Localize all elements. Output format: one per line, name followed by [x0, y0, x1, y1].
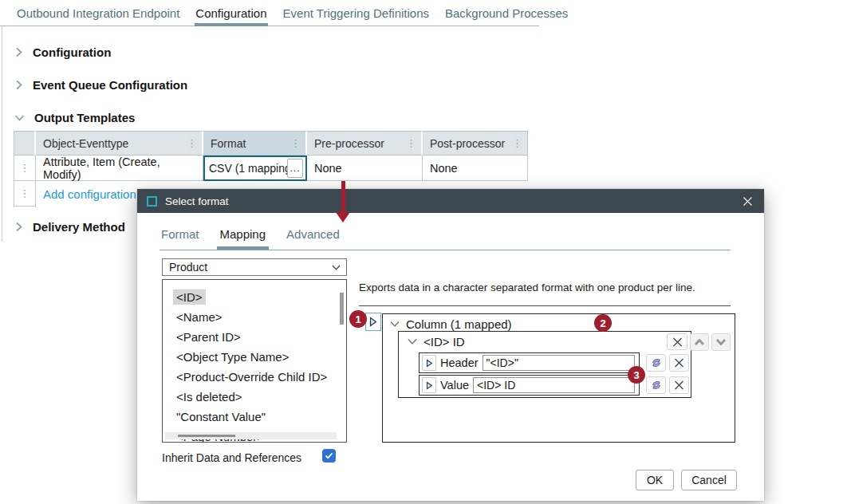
- column-header-pre-processor[interactable]: Pre-processor ⋮: [307, 131, 423, 156]
- column-group-row[interactable]: Column (1 mapped): [383, 314, 735, 331]
- column-header-object-eventtype[interactable]: Object-Eventtype ⋮: [36, 131, 203, 156]
- value-entry-box: Value <ID> ID: [419, 375, 640, 396]
- field-list-item[interactable]: "Constant Value": [173, 407, 346, 427]
- transform-icon: [651, 357, 662, 368]
- entry-expander-button[interactable]: [422, 377, 436, 393]
- field-listbox[interactable]: <ID> <Name> <Parent ID> <Object Type Nam…: [162, 279, 347, 443]
- ok-button[interactable]: OK: [636, 470, 674, 490]
- field-list: <ID> <Name> <Parent ID> <Object Type Nam…: [163, 280, 346, 443]
- cell-format[interactable]: CSV (1 mappings) ...: [203, 156, 307, 181]
- section-configuration[interactable]: Configuration: [14, 45, 111, 59]
- tab-advanced[interactable]: Advanced: [286, 227, 340, 246]
- remove-entry-button[interactable]: [669, 354, 689, 372]
- column-menu-icon[interactable]: ⋮: [406, 138, 416, 148]
- chevron-down-icon: [14, 113, 25, 122]
- section-output-templates[interactable]: Output Templates: [14, 111, 135, 124]
- row-drag-handle[interactable]: ⋮: [14, 156, 36, 181]
- format-browse-button[interactable]: ...: [287, 159, 303, 178]
- x-icon: [674, 358, 684, 368]
- cell-object-eventtype[interactable]: Attribute, Item (Create, Modify): [36, 156, 203, 181]
- select-format-dialog: Select format Format Mapping Advanced Pr…: [137, 189, 764, 501]
- column-header-label: Object-Eventtype: [43, 137, 128, 150]
- column-header-format[interactable]: Format ⋮: [203, 131, 307, 156]
- drag-handle-icon: ⋮: [20, 188, 30, 199]
- cell-pre-processor[interactable]: None: [307, 156, 423, 181]
- row-drag-handle[interactable]: ⋮: [14, 181, 36, 207]
- section-event-queue-configuration[interactable]: Event Queue Configuration: [14, 78, 187, 92]
- section-label: Configuration: [33, 45, 111, 59]
- header-value-input[interactable]: "<ID>": [483, 355, 635, 371]
- entry-expander-button[interactable]: [422, 355, 436, 371]
- tab-background-processes[interactable]: Background Processes: [444, 0, 569, 26]
- object-type-select[interactable]: Product: [162, 258, 347, 276]
- chevron-down-icon: [390, 321, 400, 328]
- object-type-value: Product: [169, 261, 207, 274]
- value-entry-row: Value <ID> ID: [419, 375, 689, 396]
- annotation-arrow-line: [341, 181, 345, 213]
- play-icon: [426, 359, 433, 368]
- cell-post-processor[interactable]: None: [423, 156, 528, 181]
- dialog-title: Select format: [165, 195, 229, 207]
- format-description: Exports data in a character separated fo…: [359, 282, 695, 293]
- dialog-title-bar[interactable]: Select format: [137, 189, 764, 213]
- chevron-right-icon: [14, 222, 23, 232]
- entry-label: Value: [440, 379, 469, 392]
- section-label: Output Templates: [34, 111, 135, 124]
- tab-mapping[interactable]: Mapping: [220, 227, 266, 246]
- inherit-data-checkbox[interactable]: [322, 449, 336, 463]
- section-label: Delivery Method: [33, 220, 125, 234]
- dialog-close-button[interactable]: [741, 195, 754, 208]
- tab-outbound-integration-endpoint[interactable]: Outbound Integration Endpoint: [16, 0, 180, 26]
- chevron-right-icon: [14, 80, 23, 90]
- section-delivery-method[interactable]: Delivery Method: [14, 220, 125, 234]
- chevron-right-icon: [14, 47, 23, 57]
- field-list-item[interactable]: <Parent ID>: [173, 327, 346, 347]
- page-left-border: [2, 26, 2, 242]
- column-header-label: Format: [211, 137, 246, 150]
- column-menu-icon[interactable]: ⋮: [512, 138, 522, 148]
- remove-entry-button[interactable]: [669, 376, 689, 394]
- mapping-expander-button[interactable]: [365, 313, 381, 331]
- annotation-badge-1: 1: [349, 310, 367, 328]
- transform-button[interactable]: [646, 376, 666, 394]
- format-value: CSV (1 mappings): [205, 162, 287, 175]
- annotation-badge-3: 3: [628, 366, 645, 384]
- x-icon: [674, 380, 684, 390]
- column-item-row[interactable]: <ID> ID: [399, 332, 691, 352]
- chevron-up-icon: [694, 338, 705, 346]
- chevron-down-icon: [408, 338, 417, 345]
- horizontal-scrollbar[interactable]: [165, 432, 337, 439]
- mapping-panel: Column (1 mapped) <ID> ID Header "<ID>": [382, 313, 735, 443]
- field-list-item[interactable]: <Object Type Name>: [173, 347, 346, 367]
- tab-format[interactable]: Format: [161, 227, 199, 246]
- tab-event-triggering-definitions[interactable]: Event Triggering Definitions: [282, 0, 430, 26]
- column-menu-icon[interactable]: ⋮: [290, 138, 301, 148]
- value-value-input[interactable]: <ID> ID: [473, 377, 635, 393]
- column-menu-icon[interactable]: ⋮: [187, 138, 197, 148]
- entry-label: Header: [440, 356, 479, 369]
- tab-separator: [160, 250, 731, 250]
- field-list-item[interactable]: <Product-Override Child ID>: [173, 367, 346, 387]
- vertical-scrollbar[interactable]: [340, 293, 344, 325]
- column-item-label: <ID> ID: [423, 335, 465, 348]
- add-configuration-link[interactable]: Add configuration: [43, 187, 136, 201]
- cancel-button[interactable]: Cancel: [681, 470, 737, 490]
- play-icon: [426, 381, 433, 390]
- transform-button[interactable]: [646, 354, 666, 372]
- move-up-button[interactable]: [690, 333, 709, 351]
- play-icon: [369, 317, 377, 327]
- annotation-badge-2: 2: [594, 314, 612, 332]
- annotation-arrow-head: [336, 212, 350, 222]
- remove-column-button[interactable]: [667, 333, 687, 350]
- column-item-box: <ID> ID Header "<ID>": [398, 331, 691, 398]
- column-header-post-processor[interactable]: Post-processor ⋮: [423, 131, 528, 156]
- column-header-handle: [14, 131, 36, 156]
- horizontal-scrollbar-thumb[interactable]: [178, 435, 235, 437]
- move-down-button[interactable]: [711, 333, 731, 351]
- field-list-item[interactable]: <Name>: [173, 307, 346, 327]
- field-list-item[interactable]: <Is deleted>: [173, 387, 346, 407]
- tab-configuration[interactable]: Configuration: [195, 0, 267, 26]
- column-header-label: Post-processor: [430, 137, 505, 150]
- section-label: Event Queue Configuration: [33, 78, 187, 92]
- field-list-item[interactable]: <ID>: [173, 287, 346, 307]
